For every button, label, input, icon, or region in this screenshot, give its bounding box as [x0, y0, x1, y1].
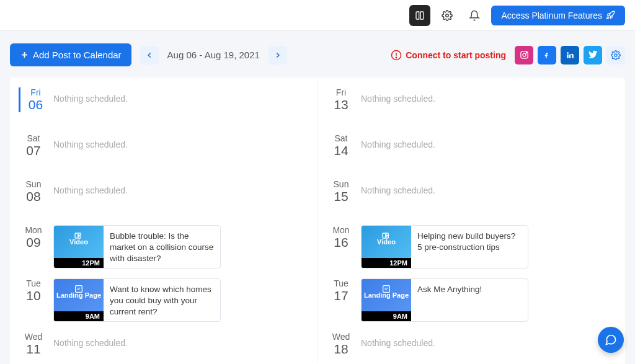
day-content: Nothing scheduled. — [48, 179, 313, 195]
facebook-icon — [544, 50, 550, 60]
svg-rect-17 — [383, 286, 390, 293]
day-row: Sun15Nothing scheduled. — [321, 173, 621, 219]
day-row: Tue10Landing Page9AMWant to know which h… — [14, 272, 313, 326]
day-content: Landing Page9AMAsk Me Anything! — [356, 278, 621, 322]
prev-range-button[interactable] — [140, 46, 159, 64]
calendar-column: Fri13Nothing scheduled.Sat14Nothing sche… — [318, 81, 625, 363]
day-row: Fri13Nothing scheduled. — [321, 81, 621, 127]
day-number: 07 — [19, 143, 48, 158]
svg-rect-12 — [76, 286, 82, 293]
connect-warning-link[interactable]: Connect to start posting — [391, 50, 506, 61]
docs-icon[interactable] — [409, 5, 430, 26]
svg-marker-16 — [386, 234, 388, 237]
play-icon — [74, 231, 84, 241]
instagram-button[interactable] — [515, 46, 533, 64]
day-row: Wed18Nothing scheduled. — [321, 326, 621, 364]
day-content: Nothing scheduled. — [48, 87, 313, 104]
day-date: Tue10 — [19, 278, 48, 303]
connect-warning-label: Connect to start posting — [406, 50, 506, 60]
add-post-button[interactable]: Add Post to Calendar — [10, 43, 131, 66]
calendar-panel: Fri06Nothing scheduled.Sat07Nothing sche… — [10, 78, 625, 364]
day-name: Wed — [326, 332, 356, 342]
gear-icon — [611, 50, 621, 60]
day-content: Nothing scheduled. — [356, 133, 621, 149]
day-name: Wed — [19, 332, 48, 342]
day-row: Fri06Nothing scheduled. — [14, 81, 313, 127]
post-time: 9AM — [362, 311, 411, 321]
day-number: 08 — [19, 189, 48, 204]
day-row: Wed11Nothing scheduled. — [14, 326, 313, 364]
day-date: Mon16 — [326, 225, 356, 250]
date-range-label: Aug 06 - Aug 19, 2021 — [167, 50, 260, 60]
post-card[interactable]: Landing Page9AMAsk Me Anything! — [361, 278, 528, 322]
day-date: Wed11 — [19, 332, 48, 357]
day-name: Fri — [23, 87, 48, 97]
twitter-button[interactable] — [584, 46, 602, 64]
day-number: 18 — [326, 342, 356, 357]
play-icon — [381, 231, 391, 241]
day-date: Sat14 — [326, 133, 356, 158]
day-date: Sun15 — [326, 179, 356, 204]
post-card[interactable]: Video12PMHelping new build buyers? 5 pre… — [361, 225, 528, 269]
day-content: Nothing scheduled. — [356, 87, 621, 104]
day-name: Mon — [326, 225, 356, 235]
nothing-scheduled-text: Nothing scheduled. — [361, 133, 621, 149]
chat-fab[interactable] — [598, 327, 624, 353]
access-platinum-label: Access Platinum Features — [501, 11, 602, 20]
day-name: Sat — [19, 133, 48, 143]
plus-icon — [20, 50, 29, 60]
day-number: 10 — [19, 288, 48, 303]
facebook-button[interactable] — [538, 46, 556, 64]
post-card[interactable]: Landing Page9AMWant to know which homes … — [53, 278, 221, 322]
svg-point-0 — [446, 14, 449, 17]
post-time: 12PM — [362, 258, 411, 268]
day-name: Sat — [326, 133, 356, 143]
access-platinum-button[interactable]: Access Platinum Features — [491, 6, 625, 25]
svg-point-8 — [526, 52, 526, 53]
next-range-button[interactable] — [269, 46, 287, 64]
day-row: Tue17Landing Page9AMAsk Me Anything! — [321, 272, 621, 326]
day-date: Fri06 — [19, 87, 48, 112]
day-content: Nothing scheduled. — [48, 332, 313, 348]
settings-icon[interactable] — [437, 5, 458, 26]
day-row: Mon09Video12PMBubble trouble: Is the mar… — [14, 219, 313, 272]
day-name: Sun — [19, 179, 48, 189]
day-date: Sun08 — [19, 179, 48, 204]
post-title: Want to know which homes you could buy w… — [104, 279, 220, 321]
page-icon — [381, 284, 391, 294]
svg-point-9 — [615, 54, 617, 56]
day-number: 14 — [326, 143, 356, 158]
day-content: Nothing scheduled. — [356, 179, 621, 195]
top-header: Access Platinum Features — [0, 0, 635, 31]
day-content: Video12PMBubble trouble: Is the market o… — [48, 225, 313, 269]
day-date: Fri13 — [326, 87, 356, 112]
nothing-scheduled-text: Nothing scheduled. — [361, 179, 621, 195]
social-icons — [515, 46, 625, 64]
twitter-icon — [588, 50, 598, 60]
nothing-scheduled-text: Nothing scheduled. — [53, 87, 313, 104]
post-card[interactable]: Video12PMBubble trouble: Is the market o… — [53, 225, 221, 269]
post-title: Bubble trouble: Is the market on a colli… — [104, 226, 220, 268]
landing-thumb: Landing Page9AM — [362, 279, 411, 321]
landing-thumb: Landing Page9AM — [54, 279, 104, 321]
day-date: Mon09 — [19, 225, 48, 250]
linkedin-icon — [566, 51, 574, 60]
day-content: Landing Page9AMWant to know which homes … — [48, 278, 313, 322]
day-name: Mon — [19, 225, 48, 235]
svg-point-5 — [396, 57, 397, 58]
nothing-scheduled-text: Nothing scheduled. — [53, 332, 313, 348]
day-name: Sun — [326, 179, 356, 189]
social-settings-button[interactable] — [606, 46, 625, 64]
day-number: 17 — [326, 288, 356, 303]
post-title: Helping new build buyers? 5 pre-construc… — [411, 226, 528, 268]
day-row: Sat07Nothing scheduled. — [14, 127, 313, 173]
day-row: Sat14Nothing scheduled. — [321, 127, 621, 173]
day-row: Mon16Video12PMHelping new build buyers? … — [321, 219, 621, 272]
day-number: 13 — [326, 97, 356, 112]
nothing-scheduled-text: Nothing scheduled. — [53, 133, 313, 149]
day-date: Sat07 — [19, 133, 48, 158]
nothing-scheduled-text: Nothing scheduled. — [361, 332, 621, 348]
bell-icon[interactable] — [464, 5, 485, 26]
day-content: Video12PMHelping new build buyers? 5 pre… — [356, 225, 621, 269]
linkedin-button[interactable] — [561, 46, 579, 64]
